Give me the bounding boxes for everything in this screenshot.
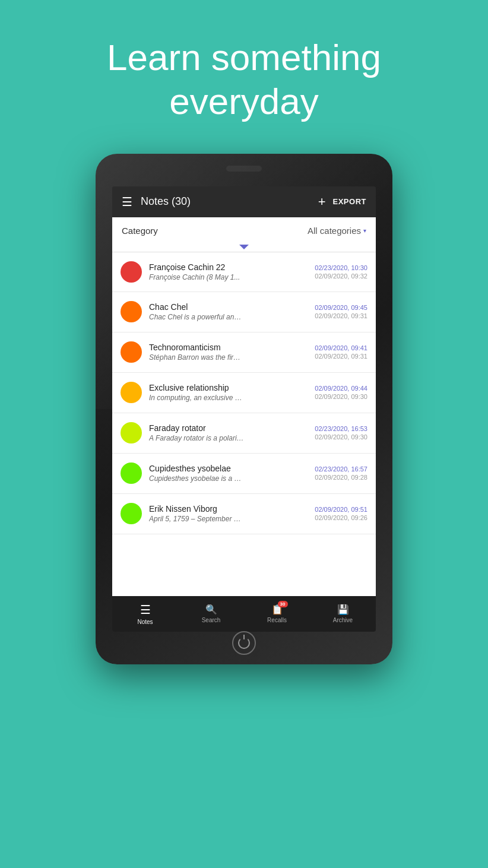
nav-icon-wrapper: 🔍	[205, 604, 217, 615]
note-title: Exclusive relationship	[149, 383, 310, 392]
note-title: Faraday rotator	[149, 423, 310, 433]
note-color-dot	[121, 422, 142, 443]
note-item[interactable]: TechnoromanticismStéphan Barron was the …	[112, 332, 376, 373]
note-dates: 02/09/2020, 09:5102/09/2020, 09:26	[315, 506, 367, 521]
nav-item-archive[interactable]: 💾Archive	[310, 604, 376, 623]
nav-item-notes[interactable]: ☰Notes	[112, 603, 178, 625]
note-date-top: 02/09/2020, 09:51	[315, 506, 367, 513]
nav-icon-wrapper: 💾	[337, 604, 349, 615]
note-subtitle: Françoise Cachin (8 May 1...	[149, 273, 310, 281]
note-subtitle: April 5, 1759 – September …	[149, 515, 310, 523]
nav-icon: 🔍	[205, 604, 217, 614]
add-button[interactable]: +	[318, 194, 326, 210]
note-item[interactable]: Françoise Cachin 22Françoise Cachin (8 M…	[112, 252, 376, 292]
note-date-top: 02/23/2020, 16:57	[315, 465, 367, 473]
note-title: Erik Nissen Viborg	[149, 504, 310, 514]
device-camera	[226, 166, 262, 172]
power-icon	[238, 637, 250, 649]
note-dates: 02/09/2020, 09:4102/09/2020, 09:31	[315, 344, 367, 360]
note-date-top: 02/09/2020, 09:41	[315, 344, 367, 351]
recalls-badge: 30	[278, 601, 288, 607]
device-outer: ☰ Notes (30) + EXPORT Category All categ…	[96, 154, 392, 664]
note-content: Chac ChelChac Chel is a powerful an…	[149, 302, 310, 321]
note-content: Françoise Cachin 22Françoise Cachin (8 M…	[149, 262, 310, 281]
device-screen: ☰ Notes (30) + EXPORT Category All categ…	[112, 186, 376, 632]
note-date-top: 02/09/2020, 09:45	[315, 304, 367, 311]
app-screen: ☰ Notes (30) + EXPORT Category All categ…	[112, 186, 376, 632]
note-color-dot	[121, 503, 142, 524]
app-header: ☰ Notes (30) + EXPORT	[112, 186, 376, 217]
headline-line1: Learn something	[107, 37, 381, 78]
category-label: Category	[122, 226, 158, 236]
headline-line2: everyday	[169, 81, 319, 122]
nav-icon: 💾	[337, 604, 349, 614]
note-item[interactable]: Exclusive relationshipIn computing, an e…	[112, 373, 376, 413]
note-date-bottom: 02/09/2020, 09:26	[315, 514, 367, 521]
note-content: Exclusive relationshipIn computing, an e…	[149, 383, 310, 402]
nav-icon-wrapper: 📋30	[271, 604, 283, 615]
note-content: Cupidesthes ysobelaeCupidesthes ysobelae…	[149, 464, 310, 483]
note-subtitle: Stéphan Barron was the fir…	[149, 353, 310, 362]
note-item[interactable]: Chac ChelChac Chel is a powerful an…02/0…	[112, 292, 376, 332]
note-title: Françoise Cachin 22	[149, 262, 310, 272]
nav-item-recalls[interactable]: 📋30Recalls	[244, 604, 310, 623]
note-color-dot	[121, 341, 142, 363]
note-date-bottom: 02/09/2020, 09:30	[315, 433, 367, 441]
note-dates: 02/09/2020, 09:4502/09/2020, 09:31	[315, 304, 367, 319]
note-subtitle: In computing, an exclusive …	[149, 394, 310, 402]
note-date-top: 02/09/2020, 09:44	[315, 385, 367, 392]
nav-label: Search	[202, 617, 221, 623]
category-dropdown[interactable]: All categories ▾	[308, 226, 366, 236]
note-item[interactable]: Cupidesthes ysobelaeCupidesthes ysobelae…	[112, 454, 376, 494]
note-date-bottom: 02/09/2020, 09:31	[315, 312, 367, 319]
note-title: Technoromanticism	[149, 343, 310, 352]
dropdown-arrow-icon: ▾	[363, 227, 366, 234]
category-bar: Category All categories ▾	[112, 217, 376, 245]
note-content: Erik Nissen ViborgApril 5, 1759 – Septem…	[149, 504, 310, 523]
bottom-nav: ☰Notes🔍Search📋30Recalls💾Archive	[112, 596, 376, 632]
note-content: TechnoromanticismStéphan Barron was the …	[149, 343, 310, 362]
dropdown-indicator-container	[112, 245, 376, 252]
device-power-button	[232, 631, 256, 655]
note-date-bottom: 02/09/2020, 09:31	[315, 353, 367, 360]
nav-item-search[interactable]: 🔍Search	[178, 604, 244, 623]
note-item[interactable]: Faraday rotatorA Faraday rotator is a po…	[112, 413, 376, 454]
category-dropdown-text: All categories	[308, 226, 361, 236]
note-content: Faraday rotatorA Faraday rotator is a po…	[149, 423, 310, 442]
note-date-bottom: 02/09/2020, 09:32	[315, 273, 367, 280]
nav-icon: ☰	[140, 603, 151, 616]
note-date-bottom: 02/09/2020, 09:28	[315, 474, 367, 481]
note-title: Chac Chel	[149, 302, 310, 312]
note-subtitle: Cupidesthes ysobelae is a …	[149, 474, 310, 483]
note-title: Cupidesthes ysobelae	[149, 464, 310, 473]
device: ☰ Notes (30) + EXPORT Category All categ…	[96, 154, 392, 664]
note-color-dot	[121, 301, 142, 322]
header-title: Notes (30)	[141, 195, 318, 208]
note-date-top: 02/23/2020, 10:30	[315, 264, 367, 271]
note-color-dot	[121, 462, 142, 484]
nav-label: Notes	[137, 619, 153, 625]
nav-label: Archive	[333, 617, 353, 623]
note-date-bottom: 02/09/2020, 09:30	[315, 393, 367, 400]
note-color-dot	[121, 261, 142, 283]
nav-label: Recalls	[267, 617, 287, 623]
dropdown-indicator-icon	[239, 245, 249, 249]
note-item[interactable]: Erik Nissen ViborgApril 5, 1759 – Septem…	[112, 494, 376, 534]
notes-list: Françoise Cachin 22Françoise Cachin (8 M…	[112, 252, 376, 596]
export-button[interactable]: EXPORT	[333, 197, 366, 206]
headline: Learn something everyday	[66, 36, 422, 124]
note-dates: 02/09/2020, 09:4402/09/2020, 09:30	[315, 385, 367, 400]
note-dates: 02/23/2020, 10:3002/09/2020, 09:32	[315, 264, 367, 280]
note-dates: 02/23/2020, 16:5302/09/2020, 09:30	[315, 425, 367, 441]
menu-icon[interactable]: ☰	[122, 195, 132, 209]
note-date-top: 02/23/2020, 16:53	[315, 425, 367, 432]
nav-icon-wrapper: ☰	[140, 603, 151, 617]
note-color-dot	[121, 382, 142, 403]
note-subtitle: A Faraday rotator is a polari…	[149, 434, 310, 442]
note-dates: 02/23/2020, 16:5702/09/2020, 09:28	[315, 465, 367, 481]
note-subtitle: Chac Chel is a powerful an…	[149, 313, 310, 321]
